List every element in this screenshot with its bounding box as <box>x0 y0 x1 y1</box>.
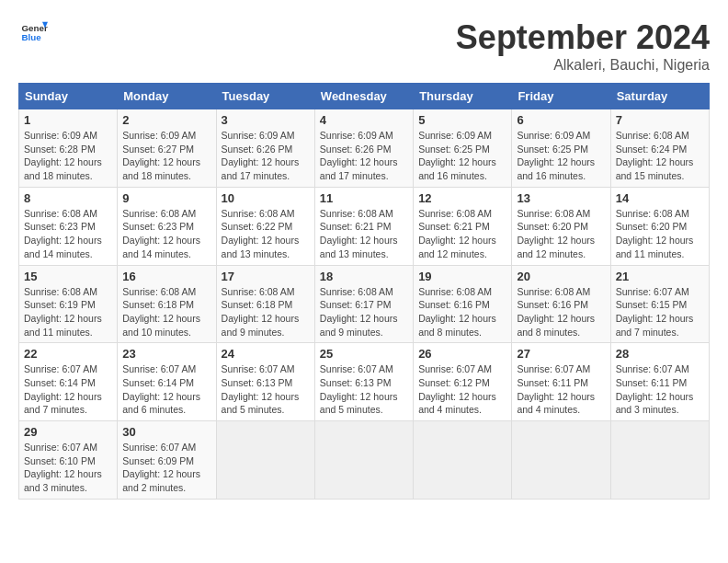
title-block: September 2024 Alkaleri, Bauchi, Nigeria <box>456 18 710 74</box>
day-info: Sunrise: 6:08 AMSunset: 6:16 PMDaylight:… <box>418 285 506 339</box>
day-number: 4 <box>320 113 408 127</box>
day-info: Sunrise: 6:08 AMSunset: 6:18 PMDaylight:… <box>222 285 310 339</box>
day-number: 21 <box>616 270 704 283</box>
day-number: 18 <box>320 270 408 283</box>
day-info: Sunrise: 6:07 AMSunset: 6:14 PMDaylight:… <box>122 362 210 417</box>
page-header: General Blue September 2024 Alkaleri, Ba… <box>18 18 710 74</box>
day-info: Sunrise: 6:08 AMSunset: 6:21 PMDaylight:… <box>320 207 408 261</box>
day-info: Sunrise: 6:08 AMSunset: 6:21 PMDaylight:… <box>418 207 506 261</box>
calendar-cell: 13Sunrise: 6:08 AMSunset: 6:20 PMDayligh… <box>512 187 610 265</box>
calendar-table: SundayMondayTuesdayWednesdayThursdayFrid… <box>18 83 710 500</box>
calendar-cell: 10Sunrise: 6:08 AMSunset: 6:22 PMDayligh… <box>216 187 314 265</box>
day-info: Sunrise: 6:08 AMSunset: 6:24 PMDaylight:… <box>616 129 704 183</box>
calendar-week-row: 29Sunrise: 6:07 AMSunset: 6:10 PMDayligh… <box>19 421 710 500</box>
calendar-cell: 26Sunrise: 6:07 AMSunset: 6:12 PMDayligh… <box>414 343 512 421</box>
day-info: Sunrise: 6:09 AMSunset: 6:27 PMDaylight:… <box>122 129 210 183</box>
day-info: Sunrise: 6:07 AMSunset: 6:11 PMDaylight:… <box>517 362 605 417</box>
day-number: 12 <box>418 191 506 205</box>
day-info: Sunrise: 6:08 AMSunset: 6:17 PMDaylight:… <box>320 285 408 339</box>
day-number: 19 <box>418 270 506 283</box>
day-info: Sunrise: 6:08 AMSunset: 6:16 PMDaylight:… <box>517 285 605 339</box>
calendar-cell: 12Sunrise: 6:08 AMSunset: 6:21 PMDayligh… <box>414 187 512 265</box>
day-info: Sunrise: 6:08 AMSunset: 6:23 PMDaylight:… <box>24 207 112 261</box>
day-info: Sunrise: 6:08 AMSunset: 6:23 PMDaylight:… <box>122 207 210 261</box>
day-number: 29 <box>24 425 112 439</box>
calendar-cell: 2Sunrise: 6:09 AMSunset: 6:27 PMDaylight… <box>118 109 216 188</box>
day-number: 26 <box>418 347 506 361</box>
svg-text:Blue: Blue <box>22 32 42 42</box>
day-info: Sunrise: 6:07 AMSunset: 6:12 PMDaylight:… <box>418 362 506 417</box>
calendar-cell: 29Sunrise: 6:07 AMSunset: 6:10 PMDayligh… <box>19 421 118 500</box>
day-number: 15 <box>24 270 112 283</box>
day-info: Sunrise: 6:09 AMSunset: 6:26 PMDaylight:… <box>222 129 310 183</box>
calendar-cell: 14Sunrise: 6:08 AMSunset: 6:20 PMDayligh… <box>610 187 709 265</box>
day-number: 7 <box>616 113 704 127</box>
calendar-cell: 9Sunrise: 6:08 AMSunset: 6:23 PMDaylight… <box>118 187 216 265</box>
calendar-cell: 11Sunrise: 6:08 AMSunset: 6:21 PMDayligh… <box>314 187 413 265</box>
calendar-cell: 24Sunrise: 6:07 AMSunset: 6:13 PMDayligh… <box>216 343 314 421</box>
day-info: Sunrise: 6:08 AMSunset: 6:22 PMDaylight:… <box>222 207 310 261</box>
day-number: 22 <box>24 347 112 361</box>
calendar-cell <box>512 421 610 500</box>
calendar-cell: 25Sunrise: 6:07 AMSunset: 6:13 PMDayligh… <box>314 343 413 421</box>
calendar-week-row: 8Sunrise: 6:08 AMSunset: 6:23 PMDaylight… <box>19 187 710 265</box>
day-number: 8 <box>24 191 112 205</box>
day-info: Sunrise: 6:08 AMSunset: 6:20 PMDaylight:… <box>616 207 704 261</box>
day-info: Sunrise: 6:07 AMSunset: 6:10 PMDaylight:… <box>24 441 112 495</box>
logo-icon: General Blue <box>20 18 48 46</box>
day-info: Sunrise: 6:07 AMSunset: 6:14 PMDaylight:… <box>24 362 112 417</box>
day-info: Sunrise: 6:07 AMSunset: 6:09 PMDaylight:… <box>122 441 210 495</box>
weekday-header-saturday: Saturday <box>610 84 709 109</box>
day-number: 14 <box>616 191 704 205</box>
calendar-week-row: 1Sunrise: 6:09 AMSunset: 6:28 PMDaylight… <box>19 109 710 188</box>
calendar-cell: 4Sunrise: 6:09 AMSunset: 6:26 PMDaylight… <box>314 109 413 188</box>
location-subtitle: Alkaleri, Bauchi, Nigeria <box>456 57 710 74</box>
day-info: Sunrise: 6:07 AMSunset: 6:11 PMDaylight:… <box>616 362 704 417</box>
day-info: Sunrise: 6:08 AMSunset: 6:19 PMDaylight:… <box>24 285 112 339</box>
weekday-header-friday: Friday <box>512 84 610 109</box>
weekday-header-monday: Monday <box>118 84 216 109</box>
day-info: Sunrise: 6:09 AMSunset: 6:25 PMDaylight:… <box>418 129 506 183</box>
calendar-cell: 19Sunrise: 6:08 AMSunset: 6:16 PMDayligh… <box>414 265 512 343</box>
weekday-header-row: SundayMondayTuesdayWednesdayThursdayFrid… <box>19 84 710 109</box>
day-info: Sunrise: 6:07 AMSunset: 6:13 PMDaylight:… <box>222 362 310 417</box>
day-number: 30 <box>122 425 210 439</box>
day-number: 16 <box>122 270 210 283</box>
calendar-cell: 1Sunrise: 6:09 AMSunset: 6:28 PMDaylight… <box>19 109 118 188</box>
calendar-week-row: 22Sunrise: 6:07 AMSunset: 6:14 PMDayligh… <box>19 343 710 421</box>
day-info: Sunrise: 6:09 AMSunset: 6:26 PMDaylight:… <box>320 129 408 183</box>
day-info: Sunrise: 6:07 AMSunset: 6:13 PMDaylight:… <box>320 362 408 417</box>
day-info: Sunrise: 6:08 AMSunset: 6:18 PMDaylight:… <box>122 285 210 339</box>
day-number: 3 <box>222 113 310 127</box>
logo: General Blue <box>18 18 48 50</box>
day-number: 20 <box>517 270 605 283</box>
calendar-cell <box>414 421 512 500</box>
calendar-cell: 27Sunrise: 6:07 AMSunset: 6:11 PMDayligh… <box>512 343 610 421</box>
calendar-cell <box>216 421 314 500</box>
weekday-header-wednesday: Wednesday <box>314 84 413 109</box>
day-number: 23 <box>122 347 210 361</box>
calendar-cell: 6Sunrise: 6:09 AMSunset: 6:25 PMDaylight… <box>512 109 610 188</box>
calendar-cell: 5Sunrise: 6:09 AMSunset: 6:25 PMDaylight… <box>414 109 512 188</box>
calendar-cell: 22Sunrise: 6:07 AMSunset: 6:14 PMDayligh… <box>19 343 118 421</box>
day-number: 2 <box>122 113 210 127</box>
day-number: 6 <box>517 113 605 127</box>
day-number: 13 <box>517 191 605 205</box>
calendar-cell: 18Sunrise: 6:08 AMSunset: 6:17 PMDayligh… <box>314 265 413 343</box>
calendar-cell: 3Sunrise: 6:09 AMSunset: 6:26 PMDaylight… <box>216 109 314 188</box>
day-number: 5 <box>418 113 506 127</box>
day-number: 17 <box>222 270 310 283</box>
calendar-cell: 20Sunrise: 6:08 AMSunset: 6:16 PMDayligh… <box>512 265 610 343</box>
day-number: 1 <box>24 113 112 127</box>
weekday-header-sunday: Sunday <box>19 84 118 109</box>
calendar-cell: 17Sunrise: 6:08 AMSunset: 6:18 PMDayligh… <box>216 265 314 343</box>
calendar-cell: 16Sunrise: 6:08 AMSunset: 6:18 PMDayligh… <box>118 265 216 343</box>
calendar-cell: 21Sunrise: 6:07 AMSunset: 6:15 PMDayligh… <box>610 265 709 343</box>
month-title: September 2024 <box>456 18 710 57</box>
calendar-cell <box>610 421 709 500</box>
day-info: Sunrise: 6:07 AMSunset: 6:15 PMDaylight:… <box>616 285 704 339</box>
weekday-header-thursday: Thursday <box>414 84 512 109</box>
weekday-header-tuesday: Tuesday <box>216 84 314 109</box>
calendar-cell: 8Sunrise: 6:08 AMSunset: 6:23 PMDaylight… <box>19 187 118 265</box>
calendar-cell: 7Sunrise: 6:08 AMSunset: 6:24 PMDaylight… <box>610 109 709 188</box>
